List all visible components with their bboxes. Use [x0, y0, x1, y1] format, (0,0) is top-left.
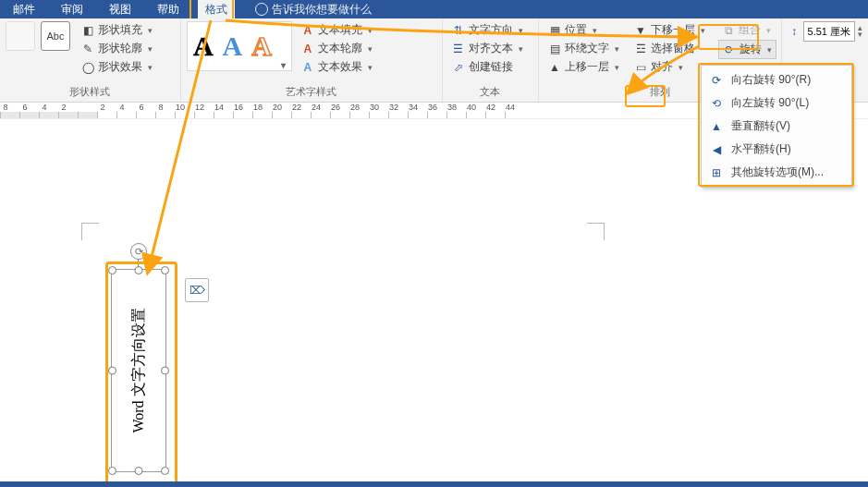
resize-handle[interactable]: [135, 467, 143, 475]
rotate-icon: ⟳: [723, 43, 736, 56]
wordart-gallery[interactable]: A A A ▾: [187, 21, 292, 71]
rotate-left-icon: ⟲: [709, 96, 724, 111]
group-label-shape-styles: 形状样式: [6, 83, 175, 101]
tell-me[interactable]: 告诉我你想要做什么: [255, 2, 372, 18]
more-options-icon: ⊞: [709, 165, 724, 180]
create-link-button[interactable]: ⬀创建链接: [448, 58, 532, 76]
resize-handle[interactable]: [161, 266, 169, 274]
bring-forward-button[interactable]: ▲上移一层▾: [544, 58, 623, 76]
shape-effects-button[interactable]: ◯形状效果▾: [78, 58, 156, 76]
textbox-object[interactable]: ⟳ Word 文字方向设置: [111, 269, 166, 472]
group-text: ⇅文字方向▾ ☰对齐文本▾ ⬀创建链接 文本: [443, 18, 539, 102]
more-rotation-options[interactable]: ⊞其他旋转选项(M)...: [703, 161, 850, 184]
resize-handle[interactable]: [108, 467, 116, 475]
wordart-style-1[interactable]: A: [193, 30, 214, 62]
group-label-text: 文本: [448, 83, 532, 101]
tell-me-label: 告诉我你想要做什么: [272, 2, 372, 18]
wordart-style-2[interactable]: A: [223, 30, 243, 62]
tab-review[interactable]: 审阅: [54, 0, 91, 19]
bring-forward-icon: ▲: [548, 61, 561, 74]
tab-format[interactable]: 格式: [198, 0, 235, 19]
flip-vertical[interactable]: ▲垂直翻转(V): [703, 115, 850, 138]
wrap-text-button[interactable]: ▤环绕文字▾: [544, 40, 623, 57]
height-icon: ↕: [788, 25, 801, 38]
rotate-menu: ⟳向右旋转 90°(R) ⟲向左旋转 90°(L) ▲垂直翻转(V) ◀水平翻转…: [701, 65, 852, 188]
tab-view[interactable]: 视图: [102, 0, 139, 19]
status-bar-edge: [0, 481, 868, 487]
text-outline-button[interactable]: A文本轮廓▾: [298, 40, 376, 57]
shape-style-item[interactable]: Abc: [41, 21, 70, 51]
wordart-style-3[interactable]: A: [251, 30, 272, 62]
rotate-left-90[interactable]: ⟲向左旋转 90°(L): [703, 91, 850, 115]
text-fill-icon: A: [301, 24, 314, 37]
resize-handle[interactable]: [135, 266, 143, 274]
send-backward-button[interactable]: ▼下移一层▾: [630, 21, 709, 39]
flip-horizontal[interactable]: ◀水平翻转(H): [703, 138, 850, 161]
position-button[interactable]: ▦位置▾: [544, 21, 623, 39]
text-effects-icon: A: [301, 61, 314, 74]
group-label-wordart: 艺术字样式: [187, 83, 436, 101]
flip-h-icon: ◀: [709, 142, 724, 157]
text-outline-icon: A: [301, 43, 314, 55]
resize-handle[interactable]: [108, 367, 116, 375]
group-button: ⧉组合▾: [718, 21, 776, 39]
resize-handle[interactable]: [161, 367, 169, 375]
resize-handle[interactable]: [161, 467, 169, 475]
align-text-button[interactable]: ☰对齐文本▾: [448, 40, 532, 57]
text-direction-button[interactable]: ⇅文字方向▾: [448, 21, 532, 39]
page-corner-tr: [587, 223, 605, 240]
rotation-handle[interactable]: ⟳: [130, 243, 147, 260]
height-box[interactable]: ↕ ▴▾: [788, 21, 862, 42]
tab-help[interactable]: 帮助: [150, 0, 187, 19]
send-backward-icon: ▼: [634, 24, 647, 37]
selection-pane-icon: ☲: [634, 43, 647, 55]
shape-style-gallery[interactable]: Abc: [6, 21, 70, 51]
textbox-content[interactable]: Word 文字方向设置: [129, 308, 149, 432]
shape-outline-button[interactable]: ✎形状轮廓▾: [78, 40, 156, 57]
wrap-icon: ▤: [548, 43, 561, 55]
height-input[interactable]: [803, 21, 855, 42]
group-wordart: A A A ▾ A文本填充▾ A文本轮廓▾ A文本效果▾ 艺术字样式: [181, 18, 443, 102]
text-fill-button[interactable]: A文本填充▾: [298, 21, 376, 39]
resize-handle[interactable]: [108, 266, 116, 274]
lightbulb-icon: [255, 3, 268, 16]
tab-mail[interactable]: 邮件: [6, 0, 43, 19]
align-button[interactable]: ▭对齐▾: [630, 58, 709, 76]
rotate-right-icon: ⟳: [709, 73, 724, 88]
rotate-right-90[interactable]: ⟳向右旋转 90°(R): [703, 68, 850, 91]
page-corner-tl: [81, 223, 99, 240]
align-icon: ▭: [634, 61, 647, 74]
effects-icon: ◯: [81, 61, 94, 74]
text-direction-icon: ⇅: [452, 24, 465, 37]
link-icon: ⬀: [452, 61, 465, 74]
rotate-button[interactable]: ⟳旋转▾: [718, 40, 776, 59]
group-icon: ⧉: [722, 24, 735, 37]
selection-pane-button[interactable]: ☲选择窗格: [630, 40, 709, 57]
bucket-icon: ◧: [81, 24, 94, 37]
shape-fill-button[interactable]: ◧形状填充▾: [78, 21, 156, 39]
align-text-icon: ☰: [452, 43, 465, 55]
pen-icon: ✎: [81, 43, 94, 55]
position-icon: ▦: [548, 24, 561, 37]
layout-options-icon: ⌦: [189, 284, 205, 297]
tab-bar: 邮件 审阅 视图 帮助 格式 告诉我你想要做什么: [0, 0, 868, 18]
layout-options-button[interactable]: ⌦: [185, 278, 209, 302]
text-effects-button[interactable]: A文本效果▾: [298, 58, 376, 76]
flip-v-icon: ▲: [709, 119, 724, 134]
group-shape-styles: Abc ◧形状填充▾ ✎形状轮廓▾ ◯形状效果▾ 形状样式: [0, 18, 181, 102]
